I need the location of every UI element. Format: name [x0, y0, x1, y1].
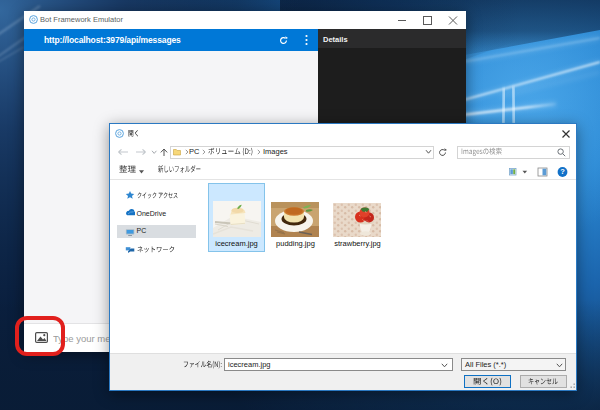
- svg-text:?: ?: [560, 167, 565, 176]
